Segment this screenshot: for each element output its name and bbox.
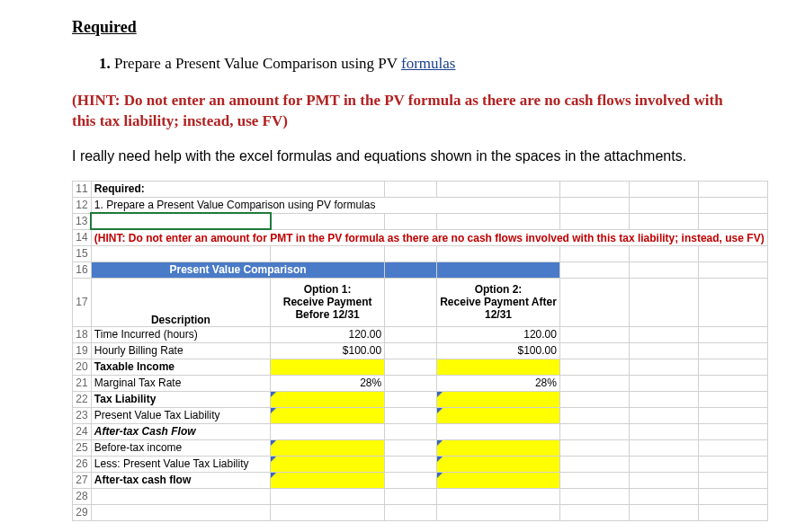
cell[interactable] (385, 359, 437, 375)
cell[interactable] (629, 262, 698, 278)
cell[interactable] (559, 488, 629, 504)
cell[interactable] (559, 391, 629, 407)
cell[interactable] (385, 391, 437, 407)
cell[interactable] (385, 326, 437, 342)
cell[interactable] (437, 245, 560, 262)
cell[interactable] (437, 504, 560, 520)
cell-hint[interactable]: (HINT: Do not enter an amount for PMT in… (91, 229, 767, 245)
cell-input-opt1[interactable] (271, 407, 385, 423)
cell[interactable] (385, 407, 437, 423)
cell[interactable] (698, 488, 767, 504)
cell[interactable] (559, 456, 629, 472)
cell[interactable] (559, 472, 629, 488)
cell[interactable] (271, 504, 385, 520)
cell[interactable] (385, 213, 437, 229)
cell-task[interactable]: 1. Prepare a Present Value Comparison us… (91, 197, 559, 213)
cell-label[interactable]: Present Value Tax Liability (91, 407, 270, 423)
cell[interactable] (698, 472, 767, 488)
selected-cell[interactable] (91, 213, 270, 229)
cell-value-opt1[interactable]: $100.00 (271, 342, 385, 359)
cell[interactable] (629, 391, 698, 407)
cell[interactable] (698, 423, 767, 439)
cell[interactable] (698, 262, 767, 278)
cell-input-opt1[interactable] (271, 439, 385, 456)
cell[interactable] (271, 488, 385, 504)
cell[interactable] (559, 278, 629, 326)
cell-value-opt2[interactable]: $100.00 (437, 342, 560, 359)
cell[interactable] (385, 439, 437, 456)
cell[interactable] (559, 213, 629, 229)
pv-title-ext[interactable] (385, 262, 437, 278)
cell[interactable] (629, 472, 698, 488)
cell-label[interactable]: Before-tax income (91, 439, 270, 456)
cell-label[interactable]: After-tax Cash Flow (91, 423, 270, 439)
cell-input-opt1[interactable] (271, 391, 385, 407)
cell[interactable] (629, 375, 698, 391)
cell[interactable] (629, 213, 698, 229)
cell-label[interactable]: Less: Present Value Tax Liability (91, 456, 270, 472)
cell-label[interactable]: Taxable Income (91, 359, 270, 375)
cell[interactable] (385, 342, 437, 359)
cell[interactable] (385, 245, 437, 262)
cell-input-opt2[interactable] (437, 407, 560, 423)
formulas-link[interactable]: formulas (401, 55, 455, 72)
cell-input-opt2[interactable] (437, 439, 560, 456)
cell-label[interactable]: Time Incurred (hours) (91, 326, 270, 342)
pv-title[interactable]: Present Value Comparison (91, 262, 384, 278)
cell[interactable] (385, 456, 437, 472)
cell[interactable] (698, 197, 767, 213)
cell[interactable] (91, 245, 270, 262)
cell[interactable] (629, 342, 698, 359)
cell[interactable] (271, 213, 385, 229)
cell[interactable] (559, 407, 629, 423)
cell[interactable] (629, 326, 698, 342)
cell[interactable] (437, 423, 560, 439)
cell[interactable] (559, 439, 629, 456)
cell-value-opt2[interactable]: 120.00 (437, 326, 560, 342)
cell[interactable] (698, 391, 767, 407)
cell[interactable] (629, 278, 698, 326)
cell[interactable] (385, 375, 437, 391)
cell-required[interactable]: Required: (91, 181, 384, 197)
cell[interactable] (698, 326, 767, 342)
cell[interactable] (385, 278, 437, 326)
cell-value-opt1[interactable]: 28% (271, 375, 385, 391)
cell-value-opt2[interactable]: 28% (437, 375, 560, 391)
cell[interactable] (559, 423, 629, 439)
cell-input-opt2[interactable] (437, 359, 560, 375)
cell[interactable] (698, 456, 767, 472)
cell[interactable] (385, 488, 437, 504)
cell-input-opt1[interactable] (271, 456, 385, 472)
cell[interactable] (91, 488, 270, 504)
cell-input-opt2[interactable] (437, 456, 560, 472)
cell[interactable] (629, 181, 698, 197)
cell[interactable] (271, 423, 385, 439)
cell[interactable] (629, 245, 698, 262)
cell-label[interactable]: Tax Liability (91, 391, 270, 407)
cell[interactable] (559, 342, 629, 359)
cell[interactable] (698, 504, 767, 520)
cell[interactable] (559, 262, 629, 278)
description-header[interactable]: Description (91, 278, 270, 326)
cell[interactable] (698, 181, 767, 197)
cell[interactable] (559, 326, 629, 342)
cell[interactable] (698, 375, 767, 391)
cell[interactable] (629, 407, 698, 423)
cell[interactable] (629, 439, 698, 456)
cell[interactable] (385, 472, 437, 488)
cell-label[interactable]: After-tax cash flow (91, 472, 270, 488)
cell-label[interactable]: Marginal Tax Rate (91, 375, 270, 391)
cell[interactable] (385, 181, 437, 197)
cell[interactable] (437, 181, 560, 197)
cell[interactable] (698, 245, 767, 262)
cell[interactable] (629, 456, 698, 472)
cell-input-opt2[interactable] (437, 391, 560, 407)
cell[interactable] (698, 439, 767, 456)
cell[interactable] (559, 245, 629, 262)
cell[interactable] (698, 278, 767, 326)
cell-label[interactable]: Hourly Billing Rate (91, 342, 270, 359)
option1-header[interactable]: Option 1: Receive Payment Before 12/31 (271, 278, 385, 326)
cell[interactable] (629, 197, 698, 213)
cell[interactable] (559, 504, 629, 520)
cell[interactable] (559, 181, 629, 197)
